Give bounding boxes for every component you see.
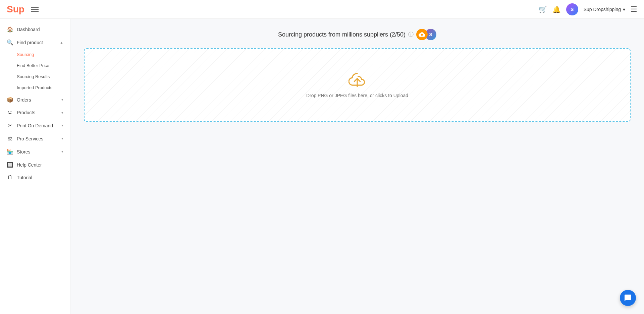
upload-icon — [348, 72, 366, 89]
products-icon: 🗂 — [7, 110, 13, 116]
sidebar-label-print-on-demand: Print On Demand — [17, 123, 53, 128]
chevron-down-icon-products: ▾ — [61, 111, 63, 115]
orders-icon: 📦 — [7, 97, 13, 103]
drop-zone-label: Drop PNG or JPEG files here, or clicks t… — [306, 93, 408, 98]
menu-icon[interactable]: ☰ — [631, 5, 637, 14]
chevron-down-icon: ▾ — [623, 7, 625, 12]
page-header: Sourcing products from millions supplier… — [84, 29, 631, 40]
sidebar-label-dashboard: Dashboard — [17, 27, 40, 32]
main-content: Sourcing products from millions supplier… — [70, 19, 644, 314]
sidebar-item-pro-services[interactable]: ⚖ Pro Services ▾ — [0, 132, 70, 145]
sidebar-label-stores: Stores — [17, 149, 30, 154]
chevron-down-icon: ▾ — [61, 98, 63, 102]
header: Sup 🛒 🔔 S Sup Dropshipping ▾ ☰ — [0, 0, 644, 19]
drop-zone-content: Drop PNG or JPEG files here, or clicks t… — [306, 72, 408, 98]
help-icon[interactable]: ⓘ — [408, 31, 414, 38]
find-better-price-label: Find Better Price — [17, 63, 49, 68]
sidebar-subitem-find-better-price[interactable]: Find Better Price — [0, 60, 70, 71]
hamburger-icon[interactable] — [31, 7, 39, 12]
imported-products-label: Imported Products — [17, 85, 52, 90]
sidebar-item-dashboard[interactable]: 🏠 Dashboard — [0, 23, 70, 36]
help-center-icon: 🔲 — [7, 162, 13, 168]
pro-services-icon: ⚖ — [7, 135, 13, 142]
sidebar-item-products[interactable]: 🗂 Products ▾ — [0, 106, 70, 119]
bell-icon[interactable]: 🔔 — [552, 5, 561, 13]
sidebar-subitem-imported-products[interactable]: Imported Products — [0, 82, 70, 93]
cloud-upload-badge-icon — [419, 31, 425, 38]
sidebar-label-find-product: Find product — [17, 40, 43, 45]
sidebar-item-stores[interactable]: 🏪 Stores ▾ — [0, 145, 70, 158]
user-dropdown[interactable]: Sup Dropshipping ▾ — [584, 7, 625, 12]
logo: Sup — [7, 4, 24, 15]
header-right: 🛒 🔔 S Sup Dropshipping ▾ ☰ — [539, 3, 637, 15]
sidebar-item-print-on-demand[interactable]: ✂ Print On Demand ▾ — [0, 119, 70, 132]
chat-bubble[interactable] — [620, 290, 636, 306]
badge-icons: S — [416, 29, 436, 40]
sourcing-results-label: Sourcing Results — [17, 74, 50, 79]
tutorial-icon: 🗒 — [7, 175, 13, 181]
drop-zone[interactable]: Drop PNG or JPEG files here, or clicks t… — [84, 48, 631, 122]
chat-icon — [624, 294, 632, 302]
sidebar-item-orders[interactable]: 📦 Orders ▾ — [0, 93, 70, 106]
sidebar-item-help-center[interactable]: 🔲 Help Center — [0, 158, 70, 171]
sidebar-item-tutorial[interactable]: 🗒 Tutorial — [0, 171, 70, 184]
badge-orange — [416, 29, 428, 40]
sidebar: 🏠 Dashboard 🔍 Find product ▲ Sourcing Fi… — [0, 19, 70, 314]
sidebar-item-find-product[interactable]: 🔍 Find product ▲ — [0, 36, 70, 49]
avatar[interactable]: S — [566, 3, 578, 15]
chevron-down-icon-pod: ▾ — [61, 123, 63, 128]
chevron-down-icon-stores: ▾ — [61, 149, 63, 154]
sidebar-label-products: Products — [17, 110, 35, 115]
sidebar-subitem-sourcing-results[interactable]: Sourcing Results — [0, 71, 70, 82]
sidebar-label-pro-services: Pro Services — [17, 136, 43, 141]
header-left: Sup — [7, 4, 39, 15]
sidebar-label-tutorial: Tutorial — [17, 175, 32, 180]
chevron-up-icon: ▲ — [60, 41, 63, 45]
cart-icon[interactable]: 🛒 — [539, 5, 547, 13]
user-name-label: Sup Dropshipping — [584, 7, 621, 12]
sourcing-label: Sourcing — [17, 52, 34, 57]
sidebar-subitem-sourcing[interactable]: Sourcing — [0, 49, 70, 60]
dashboard-icon: 🏠 — [7, 26, 13, 33]
sidebar-label-orders: Orders — [17, 97, 31, 103]
chevron-down-icon-pro: ▾ — [61, 136, 63, 141]
print-on-demand-icon: ✂ — [7, 122, 13, 129]
find-product-icon: 🔍 — [7, 39, 13, 46]
stores-icon: 🏪 — [7, 148, 13, 155]
sidebar-label-help-center: Help Center — [17, 162, 42, 168]
layout: 🏠 Dashboard 🔍 Find product ▲ Sourcing Fi… — [0, 19, 644, 314]
badge-s-letter: S — [429, 32, 432, 37]
page-title: Sourcing products from millions supplier… — [278, 31, 406, 38]
